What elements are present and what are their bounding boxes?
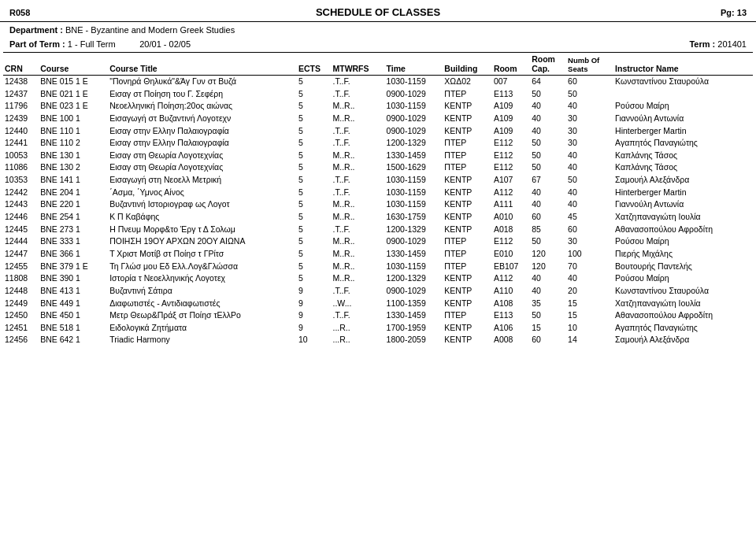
cell-building: ΠΤΕΡ xyxy=(443,309,492,322)
cell-instructor: Hinterberger Martin xyxy=(613,125,753,138)
cell-title: ΄Ασμα, ΄Υμνος Αίνος xyxy=(108,187,297,199)
cell-room: EB107 xyxy=(492,261,530,273)
cell-building: ΠΤΕΡ xyxy=(443,137,492,150)
cell-title: "Πονηρά Θηλυκά"&Άγ Γυν στ Βυζά xyxy=(108,76,297,88)
cell-ects: 5 xyxy=(297,174,332,187)
cell-instructor: Σαμουήλ Αλεξάνδρα xyxy=(613,174,753,187)
cell-room-cap: 120 xyxy=(530,261,566,273)
cell-title: Βυζαντινή Σάτιρα xyxy=(108,285,297,298)
cell-course: BNE 110 1 xyxy=(39,125,108,138)
cell-seats: 30 xyxy=(566,125,613,138)
table-row: 12444BNE 333 1ΠΟΙΗΣΗ 19ΟΥ ΑΡΧΩΝ 20ΟΥ ΑΙΩ… xyxy=(3,235,753,248)
cell-mtwrfs: M..R.. xyxy=(331,113,384,125)
cell-crn: 10353 xyxy=(3,174,39,187)
cell-time: 1100-1359 xyxy=(385,298,443,310)
cell-crn: 12438 xyxy=(3,76,39,88)
cell-mtwrfs: M..R.. xyxy=(331,150,384,162)
cell-seats: 50 xyxy=(566,174,613,187)
cell-ects: 5 xyxy=(297,161,332,174)
cell-ects: 5 xyxy=(297,211,332,224)
cell-room: A109 xyxy=(492,113,530,125)
cell-time: 1030-1159 xyxy=(385,174,443,187)
cell-room: A008 xyxy=(492,334,530,346)
page-num: Pg: 13 xyxy=(699,8,747,17)
cell-mtwrfs: M..R.. xyxy=(331,211,384,224)
cell-building: ΚΕΝΤΡ xyxy=(443,285,492,298)
cell-mtwrfs: .T..F. xyxy=(331,76,384,88)
cell-room: E112 xyxy=(492,161,530,174)
cell-crn: 12445 xyxy=(3,224,39,236)
cell-crn: 12440 xyxy=(3,125,39,138)
cell-title: Ιστορία τ Νεοελληνικής Λογοτεχ xyxy=(108,272,297,285)
cell-seats: 40 xyxy=(566,272,613,285)
cell-building: ΠΤΕΡ xyxy=(443,248,492,261)
cell-time: 1500-1629 xyxy=(385,161,443,174)
cell-crn: 12456 xyxy=(3,334,39,346)
cell-course: BNE 021 1 E xyxy=(39,88,108,101)
cell-crn: 11808 xyxy=(3,272,39,285)
cell-crn: 12451 xyxy=(3,322,39,335)
cell-building: ΚΕΝΤΡ xyxy=(443,211,492,224)
cell-building: ΚΕΝΤΡ xyxy=(443,224,492,236)
cell-building: ΚΕΝΤΡ xyxy=(443,298,492,310)
table-row: 11086BNE 130 2Εισαγ στη Θεωρία Λογοτεχνί… xyxy=(3,161,753,174)
cell-seats: 30 xyxy=(566,137,613,150)
cell-seats: 30 xyxy=(566,235,613,248)
part-of-term-value: 1 - Full Term xyxy=(68,39,116,49)
page-header: R058 SCHEDULE OF CLASSES Pg: 13 xyxy=(0,0,756,22)
cell-mtwrfs: .T..F. xyxy=(331,224,384,236)
table-row: 12451BNE 518 1Ειδολογικά Ζητήματα9...R..… xyxy=(3,322,753,335)
col-ects: ECTS xyxy=(297,53,332,76)
cell-room: 007 xyxy=(492,76,530,88)
cell-ects: 5 xyxy=(297,235,332,248)
cell-room: A010 xyxy=(492,211,530,224)
cell-title: Εισαγωγή στ Βυζαντινή Λογοτεχν xyxy=(108,113,297,125)
cell-title: Βυζαντινή Ιστοριογραφ ως Λογοτ xyxy=(108,198,297,211)
col-time: Time xyxy=(385,53,443,76)
cell-room-cap: 50 xyxy=(530,150,566,162)
cell-room-cap: 40 xyxy=(530,125,566,138)
cell-course: BNE 366 1 xyxy=(39,248,108,261)
table-row: 10353BNE 141 1Εισαγωγή στη Νεοελλ Μετρικ… xyxy=(3,174,753,187)
cell-room: E010 xyxy=(492,248,530,261)
table-row: 12455BNE 379 1 EΤη Γλώσ μου Εδ Ελλ.Λογ&Γ… xyxy=(3,261,753,273)
page-title: SCHEDULE OF CLASSES xyxy=(57,6,699,18)
cell-seats: 45 xyxy=(566,211,613,224)
cell-room: A106 xyxy=(492,322,530,335)
cell-instructor: Αγαπητός Παναγιώτης xyxy=(613,137,753,150)
cell-crn: 12439 xyxy=(3,113,39,125)
col-building: Building xyxy=(443,53,492,76)
cell-title: Εισαγ στη Θεωρία Λογοτεχνίας xyxy=(108,161,297,174)
cell-time: 0900-1029 xyxy=(385,285,443,298)
cell-room-cap: 50 xyxy=(530,137,566,150)
cell-room: A107 xyxy=(492,174,530,187)
cell-building: ΚΕΝΤΡ xyxy=(443,198,492,211)
cell-course: BNE 450 1 xyxy=(39,309,108,322)
cell-course: BNE 220 1 xyxy=(39,198,108,211)
table-row: 11796BNE 023 1 EΝεοελληνική Ποίηση:20ος … xyxy=(3,100,753,113)
cell-time: 1030-1159 xyxy=(385,198,443,211)
col-mtwrfs: MTWRFS xyxy=(331,53,384,76)
table-row: 12456BNE 642 1Triadic Harmony10...R..180… xyxy=(3,334,753,346)
cell-time: 1800-2059 xyxy=(385,334,443,346)
cell-title: Εισαγ στη Θεωρία Λογοτεχνίας xyxy=(108,150,297,162)
cell-room: A018 xyxy=(492,224,530,236)
cell-time: 0900-1029 xyxy=(385,235,443,248)
cell-room-cap: 60 xyxy=(530,334,566,346)
cell-room-cap: 85 xyxy=(530,224,566,236)
cell-mtwrfs: .T..F. xyxy=(331,137,384,150)
cell-instructor: Ρούσου Μαίρη xyxy=(613,272,753,285)
cell-mtwrfs: .T..F. xyxy=(331,125,384,138)
cell-instructor: Γιαννούλη Αντωνία xyxy=(613,113,753,125)
cell-crn: 12446 xyxy=(3,211,39,224)
cell-seats: 40 xyxy=(566,198,613,211)
cell-title: ΠΟΙΗΣΗ 19ΟΥ ΑΡΧΩΝ 20ΟΥ ΑΙΩΝΑ xyxy=(108,235,297,248)
table-row: 12438BNE 015 1 E"Πονηρά Θηλυκά"&Άγ Γυν σ… xyxy=(3,76,753,88)
cell-building: ΠΤΕΡ xyxy=(443,88,492,101)
col-room-cap: Room Cap. xyxy=(530,53,566,76)
cell-room: A109 xyxy=(492,125,530,138)
cell-building: ΚΕΝΤΡ xyxy=(443,322,492,335)
cell-title: Εισαγωγή στη Νεοελλ Μετρική xyxy=(108,174,297,187)
table-row: 12443BNE 220 1Βυζαντινή Ιστοριογραφ ως Λ… xyxy=(3,198,753,211)
cell-room-cap: 15 xyxy=(530,322,566,335)
